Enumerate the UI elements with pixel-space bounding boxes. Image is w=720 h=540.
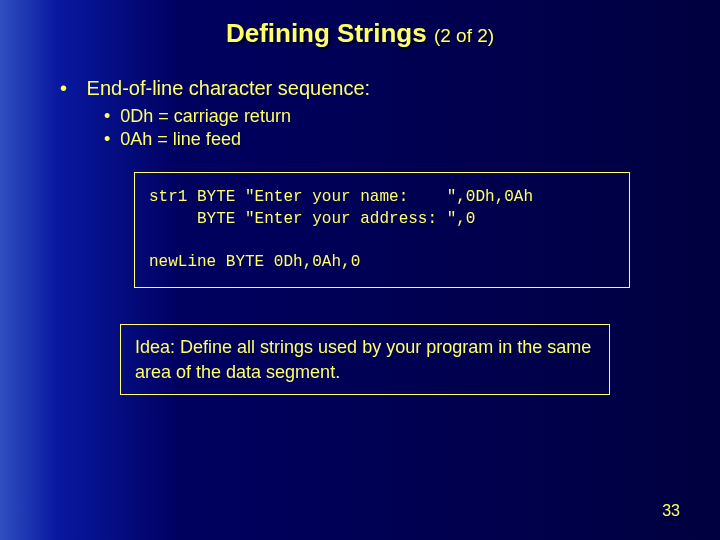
idea-box: Idea: Define all strings used by your pr… <box>120 324 610 395</box>
content-area: End-of-line character sequence: 0Dh = ca… <box>0 49 720 395</box>
bullet-item: 0Ah = line feed <box>104 129 670 150</box>
bullet-item: 0Dh = carriage return <box>104 106 670 127</box>
bullet-heading: End-of-line character sequence: 0Dh = ca… <box>60 77 670 150</box>
title-sub: (2 of 2) <box>434 25 494 46</box>
slide-title: Defining Strings (2 of 2) <box>0 0 720 49</box>
bullet-heading-text: End-of-line character sequence: <box>87 77 371 99</box>
title-main: Defining Strings <box>226 18 427 48</box>
code-box: str1 BYTE "Enter your name: ",0Dh,0Ah BY… <box>134 172 630 288</box>
page-number: 33 <box>662 502 680 520</box>
